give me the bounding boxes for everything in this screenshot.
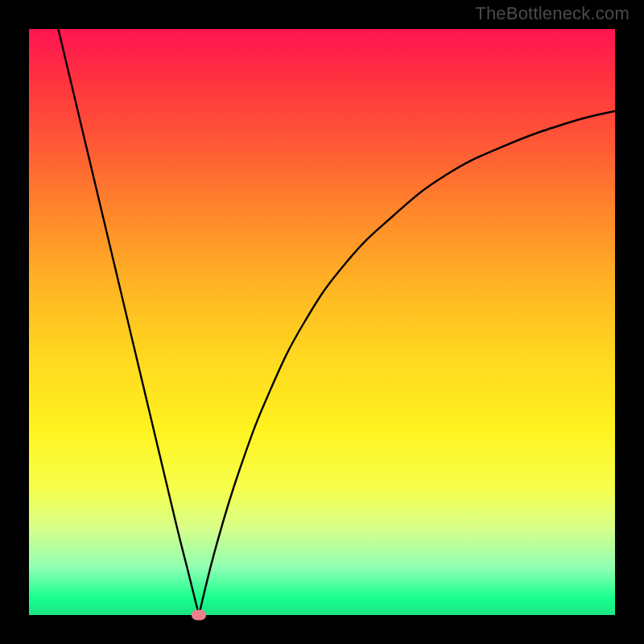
watermark-text: TheBottleneck.com xyxy=(475,3,630,24)
curve-layer xyxy=(29,29,615,615)
minimum-marker xyxy=(192,610,206,621)
chart-container: TheBottleneck.com xyxy=(0,0,644,644)
plot-area xyxy=(29,29,615,615)
curve-path xyxy=(58,29,615,615)
